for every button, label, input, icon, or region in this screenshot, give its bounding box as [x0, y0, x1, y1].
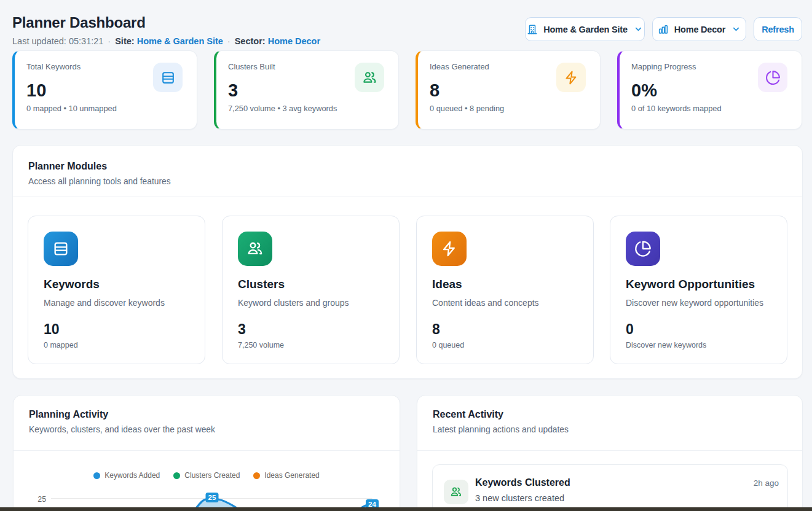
svg-text:25: 25 — [208, 494, 216, 501]
